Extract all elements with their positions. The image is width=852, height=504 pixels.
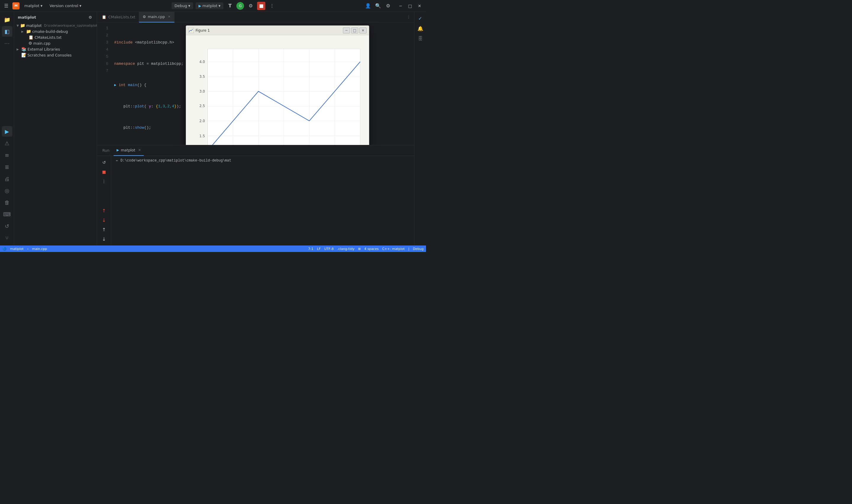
run-stop-icon[interactable]: ■: [100, 168, 108, 176]
tree-item-root[interactable]: ▼ 📁 matiplot D:\code\workspace_cpp\matip…: [14, 22, 97, 29]
token-show-fn: show: [135, 124, 144, 131]
debug-button[interactable]: Debug ▾: [171, 2, 193, 9]
tab-label-cmakelists: CMakeLists.txt: [108, 15, 135, 19]
status-indent[interactable]: 4 spaces: [364, 247, 379, 251]
sidebar-icon-list[interactable]: ≡: [2, 150, 13, 160]
panel-settings-icon[interactable]: ⚙: [87, 14, 93, 20]
status-linting[interactable]: .clang-tidy: [337, 247, 355, 251]
tab-label-main-cpp: main.cpp: [148, 15, 165, 19]
status-encoding[interactable]: UTF-8: [324, 247, 334, 251]
tab-close-main[interactable]: ✕: [168, 15, 170, 19]
tree-icon-main-cpp: ⚙: [29, 41, 32, 46]
run-command-text: D:\code\workspace_cpp\matiplot\cmake-bui…: [121, 159, 231, 163]
bottom-tab-run[interactable]: Run: [99, 145, 112, 156]
sidebar-icon-project[interactable]: ◧: [2, 26, 13, 37]
hamburger-menu[interactable]: ☰: [2, 2, 10, 10]
status-position[interactable]: 7:1: [308, 247, 313, 251]
run-config-label: matplot: [202, 3, 217, 8]
right-icon-checkmark[interactable]: ✓: [416, 14, 424, 22]
titlebar-left: ☰ M matplot ▾ Version control ▾: [2, 2, 84, 10]
debug-label: Debug: [175, 3, 187, 8]
window-controls: ─ □ ✕: [396, 2, 424, 10]
status-file[interactable]: main.cpp: [32, 247, 47, 251]
run-scroll-down[interactable]: ↓: [100, 216, 108, 224]
notifications-icon[interactable]: ⚙: [384, 2, 392, 10]
project-name-label: matplot: [24, 3, 39, 8]
status-line-ending[interactable]: LF: [317, 247, 321, 251]
run-more-icon[interactable]: ⋮: [100, 177, 108, 185]
tab-icon-cmakelists: 📋: [102, 15, 107, 19]
right-icon-bell[interactable]: 🔔: [416, 24, 424, 33]
tab-main-cpp[interactable]: ⚙ main.cpp ✕: [139, 12, 174, 22]
panel-header: matiplot ⚙: [14, 12, 97, 22]
maximize-button[interactable]: □: [406, 2, 414, 10]
project-chevron: ▾: [40, 3, 42, 8]
bottom-tab-matplot[interactable]: ▶ matplot ✕: [114, 145, 144, 156]
project-panel: matiplot ⚙ ▼ 📁 matiplot D:\code\workspac…: [14, 12, 97, 246]
run-config-chevron: ▾: [219, 3, 221, 8]
tree-item-cmake-build[interactable]: ▶ 📁 cmake-build-debug: [14, 29, 97, 34]
figure-logo: [188, 28, 194, 33]
svg-text:3.0: 3.0: [199, 89, 205, 93]
tree-item-scratches[interactable]: 📝 Scratches and Consoles: [14, 52, 97, 58]
bottom-tab-close[interactable]: ✕: [138, 148, 141, 152]
status-indent-icon: ⊞: [358, 247, 361, 251]
token-namespace: namespace: [114, 60, 135, 68]
code-editor[interactable]: 1 2 3 4 5 6 7 #include <matplotlibcpp.h>…: [97, 22, 414, 145]
sidebar-icon-history[interactable]: ↺: [2, 221, 13, 231]
toolbar-icon-t[interactable]: T: [226, 2, 234, 10]
tab-more-button[interactable]: ⋮: [404, 15, 413, 19]
status-language[interactable]: C++: matplot: [382, 247, 405, 251]
more-options-icon[interactable]: ⋮: [268, 2, 276, 10]
tree-item-external[interactable]: ▶ 📚 External Libraries: [14, 46, 97, 52]
run-scroll-neutral2[interactable]: ↓: [100, 235, 108, 243]
sidebar-icon-more[interactable]: ⋯: [2, 38, 13, 49]
sidebar-icon-target[interactable]: ◎: [2, 185, 13, 196]
version-control-button[interactable]: Version control ▾: [47, 2, 84, 9]
tree-item-cmakelists[interactable]: 📋 CMakeLists.txt: [14, 34, 97, 40]
right-icon-database[interactable]: 🗄: [416, 34, 424, 42]
sidebar-icon-trash[interactable]: 🗑: [2, 197, 13, 208]
svg-text:2.0: 2.0: [199, 119, 205, 123]
run-restart-icon[interactable]: ↺: [100, 158, 108, 166]
token-include: #include: [114, 39, 132, 46]
close-button[interactable]: ✕: [415, 2, 424, 10]
sidebar-icon-list2[interactable]: ≣: [2, 162, 13, 172]
token-header: <matplotlibcpp.h>: [132, 39, 174, 46]
status-arrow: ›: [27, 247, 29, 251]
sidebar-icon-print[interactable]: 🖨: [2, 173, 13, 184]
sidebar-icon-run[interactable]: ▶: [2, 126, 13, 137]
run-scroll-up[interactable]: ↑: [100, 206, 108, 215]
status-project-name[interactable]: matiplot: [10, 247, 24, 251]
sidebar-icon-terminal[interactable]: ⌨: [2, 209, 13, 219]
run-scroll-neutral[interactable]: ↑: [100, 226, 108, 234]
copilot-icon[interactable]: G: [236, 2, 244, 10]
figure-maximize-button[interactable]: □: [351, 28, 358, 33]
token-int: int: [119, 82, 125, 89]
right-sidebar: ✓ 🔔 🗄: [414, 12, 426, 246]
sidebar-icon-git[interactable]: ⑂: [2, 233, 13, 243]
main-layout: 📁 ◧ ⋯ ▶ ⚠ ≡ ≣ 🖨 ◎ 🗑 ⌨ ↺ ⑂ matiplot ⚙ ▼ 📁…: [0, 12, 426, 246]
minimize-button[interactable]: ─: [396, 2, 405, 10]
search-icon[interactable]: 🔍: [374, 2, 382, 10]
settings-gear-icon[interactable]: ⚙: [247, 2, 255, 10]
figure-close-button[interactable]: ✕: [359, 28, 366, 33]
tab-bar: 📋 CMakeLists.txt ⚙ main.cpp ✕ ⋮: [97, 12, 414, 22]
sidebar-icon-folder[interactable]: 📁: [2, 14, 13, 25]
stop-button[interactable]: ■: [257, 2, 265, 10]
status-config[interactable]: Debug: [413, 247, 424, 251]
token-open-brace: {: [156, 103, 158, 110]
tree-label-root: matiplot: [26, 23, 42, 28]
figure-minimize-button[interactable]: ─: [343, 28, 350, 33]
tree-label-cmakelists: CMakeLists.txt: [35, 35, 94, 40]
run-output: ✏ D:\code\workspace_cpp\matiplot\cmake-b…: [111, 156, 414, 246]
tree-item-main-cpp[interactable]: ⚙ main.cpp: [14, 40, 97, 46]
run-config-button[interactable]: ▶ matplot ▾: [196, 2, 223, 9]
title-bar: ☰ M matplot ▾ Version control ▾ Debug ▾ …: [0, 0, 426, 12]
project-name-button[interactable]: matplot ▾: [22, 2, 45, 9]
token-plot-close: );: [177, 103, 181, 110]
run-output-pencil: ✏ D:\code\workspace_cpp\matiplot\cmake-b…: [116, 158, 410, 163]
sidebar-icon-warning[interactable]: ⚠: [2, 138, 13, 148]
user-icon[interactable]: 👤: [364, 2, 372, 10]
tab-cmakelists[interactable]: 📋 CMakeLists.txt: [98, 12, 139, 22]
